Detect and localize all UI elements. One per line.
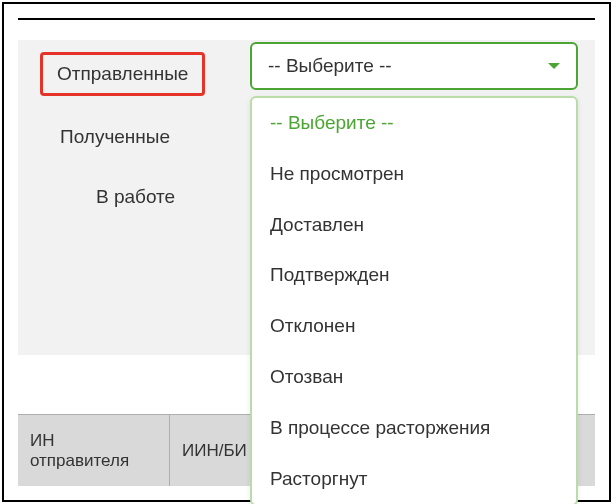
dropdown-option-confirmed[interactable]: Подтвержден [252,250,576,301]
table-header-recipient-iin: ИИН/БИ [170,415,260,486]
dropdown-list: -- Выберите -- Не просмотрен Доставлен П… [250,96,578,504]
dropdown-selected-text: -- Выберите -- [268,55,392,77]
dropdown-option-placeholder[interactable]: -- Выберите -- [252,98,576,149]
dropdown-option-in-termination[interactable]: В процессе расторжения [252,403,576,454]
tab-inwork[interactable]: В работе [96,186,175,208]
dropdown-toggle[interactable]: -- Выберите -- [250,42,578,90]
status-dropdown: -- Выберите -- -- Выберите -- Не просмот… [250,42,578,504]
dropdown-option-terminated[interactable]: Расторгнут [252,454,576,504]
tab-sent-label: Отправленные [57,63,188,84]
table-header-sender-iin: ИН отправителя [18,415,170,486]
dropdown-option-recalled[interactable]: Отозван [252,352,576,403]
top-divider [18,18,595,20]
tab-received[interactable]: Полученные [60,126,170,148]
dropdown-option-delivered[interactable]: Доставлен [252,200,576,251]
dropdown-option-rejected[interactable]: Отклонен [252,301,576,352]
dropdown-option-not-viewed[interactable]: Не просмотрен [252,149,576,200]
tab-sent[interactable]: Отправленные [40,52,205,96]
caret-down-icon [548,63,560,69]
